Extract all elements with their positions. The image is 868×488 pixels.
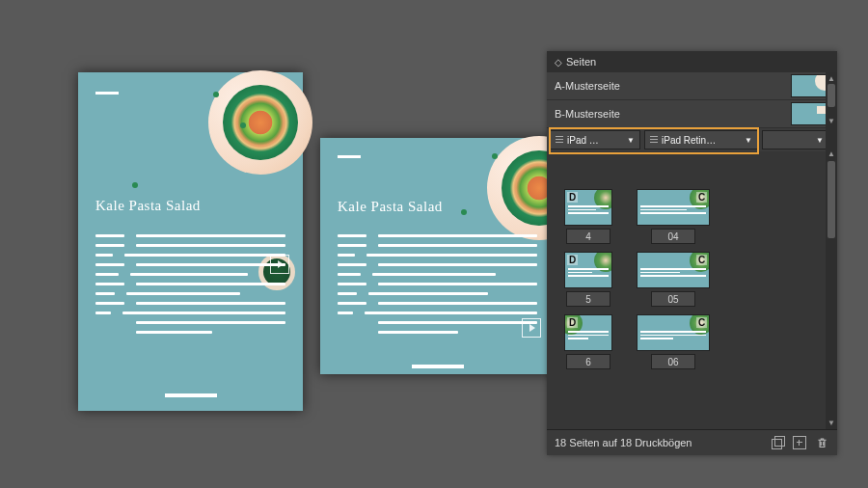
master-thumbnail xyxy=(791,102,829,125)
recipe-body-text xyxy=(95,234,285,340)
page-thumbnail-item[interactable]: C 06 xyxy=(636,314,711,369)
master-pages-list: A-Musterseite B-Musterseite xyxy=(547,72,837,128)
layout-dropdown-ipad[interactable]: iPad … ▼ xyxy=(550,130,640,149)
heading-rule xyxy=(338,155,361,158)
play-button-icon[interactable] xyxy=(522,318,541,338)
footer-rule xyxy=(165,393,217,397)
master-page-name: A-Musterseite xyxy=(555,80,620,92)
layout-label: iPad Retin… xyxy=(662,135,716,146)
alternate-layout-bar: iPad … ▼ iPad Retin… ▼ ▼ xyxy=(547,128,837,151)
pages-panel: ◇ Seiten A-Musterseite B-Musterseite iPa… xyxy=(547,51,837,455)
page-number: 6 xyxy=(566,354,610,369)
canvas-page-landscape[interactable]: Kale Pasta Salad xyxy=(320,138,555,374)
collapse-icon[interactable]: ◇ xyxy=(555,57,562,68)
page-number: 04 xyxy=(651,229,695,244)
panel-header[interactable]: ◇ Seiten xyxy=(547,51,837,72)
page-thumbnail-item[interactable]: D 6 xyxy=(560,314,616,369)
page-number: 5 xyxy=(566,291,610,307)
garnish-icon xyxy=(461,209,467,215)
garnish-icon xyxy=(492,153,498,159)
thumbnail-grid: D 4 C 04 D 5 C 05 D 6 C 06 xyxy=(560,189,818,369)
scroll-down-icon[interactable]: ▼ xyxy=(826,115,837,126)
layout-dropdown-empty[interactable]: ▼ xyxy=(762,130,829,149)
list-icon xyxy=(650,136,658,144)
heading-rule xyxy=(95,92,119,95)
recipe-body-text xyxy=(338,234,537,340)
scroll-up-icon[interactable]: ▲ xyxy=(826,148,837,159)
master-thumbnail xyxy=(791,74,829,97)
page-thumbnail-item[interactable]: D 5 xyxy=(560,252,616,307)
master-page-name: B-Musterseite xyxy=(555,108,620,120)
recipe-title: Kale Pasta Salad xyxy=(95,198,201,214)
scroll-up-icon[interactable]: ▲ xyxy=(826,72,837,84)
canvas-page-portrait[interactable]: Kale Pasta Salad xyxy=(78,72,303,411)
edit-page-size-icon[interactable] xyxy=(772,436,785,449)
scroll-down-icon[interactable]: ▼ xyxy=(826,417,837,428)
new-page-icon[interactable] xyxy=(793,436,806,449)
chevron-down-icon: ▼ xyxy=(745,136,752,145)
scroll-thumb[interactable] xyxy=(827,161,835,238)
page-thumbnail-item[interactable]: C 05 xyxy=(636,252,711,307)
master-badge: D xyxy=(567,255,578,265)
page-number: 4 xyxy=(566,229,610,244)
layout-label: iPad … xyxy=(567,135,599,146)
master-badge: C xyxy=(696,255,707,265)
master-page-row[interactable]: B-Musterseite xyxy=(547,100,837,128)
page-number: 06 xyxy=(651,354,695,369)
page-thumbnails-area[interactable]: D 4 C 04 D 5 C 05 D 6 C 06 xyxy=(547,181,826,428)
list-icon xyxy=(556,136,563,144)
chevron-down-icon: ▼ xyxy=(816,136,824,145)
master-badge: D xyxy=(567,317,578,328)
play-button-icon[interactable] xyxy=(270,255,289,274)
master-page-row[interactable]: A-Musterseite xyxy=(547,72,837,100)
layout-dropdown-ipad-retina[interactable]: iPad Retin… ▼ xyxy=(644,130,758,149)
master-badge: C xyxy=(696,317,707,328)
garnish-icon xyxy=(240,122,246,128)
master-badge: C xyxy=(696,192,707,203)
garnish-icon xyxy=(213,92,219,97)
salad-bowl-illustration xyxy=(208,70,312,175)
footer-rule xyxy=(412,365,464,368)
panel-footer: 18 Seiten auf 18 Druckbögen xyxy=(547,429,837,455)
panel-title: Seiten xyxy=(566,56,596,68)
chevron-down-icon: ▼ xyxy=(627,136,635,145)
page-count-status: 18 Seiten auf 18 Druckbögen xyxy=(555,437,692,448)
recipe-title: Kale Pasta Salad xyxy=(338,199,443,215)
panel-scrollbar[interactable]: ▲ ▼ ▲ ▼ xyxy=(826,72,837,430)
page-thumbnail-item[interactable]: D 4 xyxy=(560,189,616,244)
trash-icon[interactable] xyxy=(814,435,829,450)
page-number: 05 xyxy=(651,291,695,307)
garnish-icon xyxy=(132,182,138,188)
scroll-thumb[interactable] xyxy=(827,84,835,107)
master-badge: D xyxy=(567,192,578,203)
page-thumbnail-item[interactable]: C 04 xyxy=(636,189,711,244)
